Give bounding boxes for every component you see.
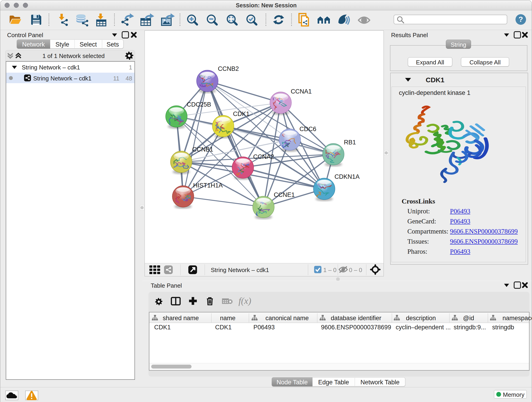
svg-text:RB1: RB1: [344, 139, 356, 146]
svg-text:HIST1H1A: HIST1H1A: [193, 182, 223, 189]
svg-text:CDK1: CDK1: [233, 110, 249, 117]
svg-text:CCNA1: CCNA1: [291, 88, 312, 95]
svg-text:?: ?: [519, 15, 523, 23]
svg-text:CDC25B: CDC25B: [187, 101, 211, 108]
svg-text:CDC6: CDC6: [299, 126, 317, 133]
svg-text:CCNB1: CCNB1: [192, 146, 213, 153]
svg-text:CCNB2: CCNB2: [218, 65, 239, 72]
svg-text:CDKN1A: CDKN1A: [335, 173, 360, 180]
svg-text:CCNE1: CCNE1: [274, 191, 295, 198]
svg-text:CCNA2: CCNA2: [253, 153, 274, 160]
